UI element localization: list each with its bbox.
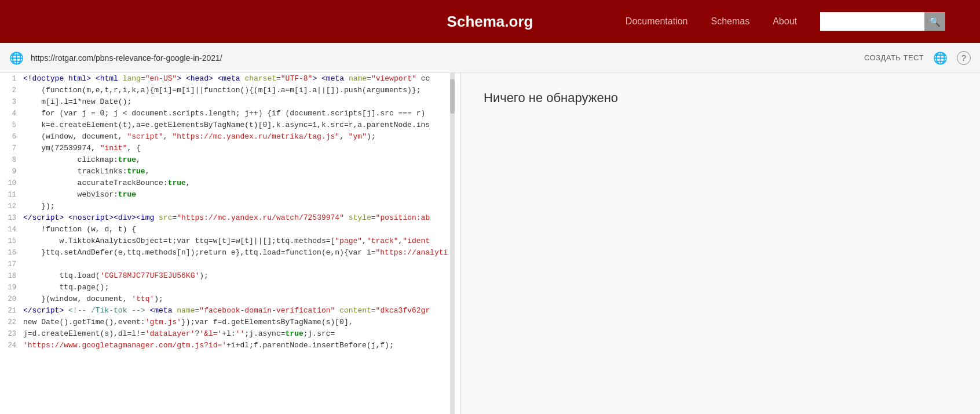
line-content: </script> <noscript><div><img src="https…: [21, 212, 432, 224]
line-number: 11: [0, 189, 21, 201]
url-bar: 🌐 https://rotgar.com/pbns-relevance-for-…: [0, 43, 980, 73]
line-number: 16: [0, 247, 21, 259]
line-number: 1: [0, 73, 21, 85]
url-actions: СОЗДАТЬ ТЕСТ 🌐 ?: [864, 51, 971, 65]
line-content: (function(m,e,t,r,i,k,a){m[i]=m[i]||func…: [21, 85, 423, 96]
code-line: 3 m[i].l=1*new Date();: [0, 96, 450, 108]
line-content: clickmap:true,: [21, 154, 143, 166]
nav-about[interactable]: About: [773, 16, 797, 27]
code-line: 16 }ttq.setAndDefer(e,ttq.methods[n]);re…: [0, 247, 450, 259]
code-line: 11 webvisor:true: [0, 189, 450, 201]
line-number: 21: [0, 305, 21, 317]
url-display: https://rotgar.com/pbns-relevance-for-go…: [31, 53, 857, 63]
code-viewer[interactable]: 1<!doctype html> <html lang="en-US"> <he…: [0, 73, 450, 414]
line-number: 3: [0, 96, 21, 108]
create-test-button[interactable]: СОЗДАТЬ ТЕСТ: [864, 53, 924, 62]
nav-schemas[interactable]: Schemas: [711, 16, 749, 27]
code-line: 15 w.TiktokAnalyticsObject=t;var ttq=w[t…: [0, 235, 450, 247]
line-content: (window, document, "script", "https://mc…: [21, 131, 378, 143]
line-content: !function (w, d, t) {: [21, 224, 138, 235]
code-line: 22new Date().getTime(),event:'gtm.js'});…: [0, 317, 450, 328]
line-content: trackLinks:true,: [21, 166, 152, 177]
line-content: });: [21, 201, 57, 212]
header: Schema.org Documentation Schemas About 🔍: [0, 0, 980, 43]
header-search: 🔍: [820, 12, 945, 31]
line-number: 19: [0, 282, 21, 293]
main-nav: Documentation Schemas About 🔍: [626, 12, 945, 31]
line-content: for (var j = 0; j < document.scripts.len…: [21, 108, 427, 119]
globe-icon: 🌐: [9, 51, 24, 65]
no-results-message: Ничего не обнаружено: [484, 90, 957, 106]
line-number: 10: [0, 177, 21, 189]
code-line: 10 accurateTrackBounce:true,: [0, 177, 450, 189]
code-line: 19 ttq.page();: [0, 282, 450, 293]
line-number: 23: [0, 328, 21, 340]
line-content: ttq.page();: [21, 282, 111, 293]
line-content: k=e.createElement(t),a=e.getElementsByTa…: [21, 119, 432, 131]
line-number: 4: [0, 108, 21, 119]
code-line: 18 ttq.load('CGL78MJC77UF3EJU56KG');: [0, 270, 450, 282]
vertical-scrollbar[interactable]: [450, 73, 455, 414]
language-icon[interactable]: 🌐: [933, 51, 948, 65]
code-line: 7 ym(72539974, "init", {: [0, 143, 450, 154]
line-content: ttq.load('CGL78MJC77UF3EJU56KG');: [21, 270, 211, 282]
line-number: 7: [0, 143, 21, 154]
code-line: 12 });: [0, 201, 450, 212]
line-content: 'https://www.googletagmanager.com/gtm.js…: [21, 340, 396, 351]
line-number: 24: [0, 340, 21, 351]
line-number: 6: [0, 131, 21, 143]
line-content: j=d.createElement(s),dl=l!='dataLayer'?'…: [21, 328, 337, 340]
code-line: 20 }(window, document, 'ttq');: [0, 293, 450, 305]
code-line: 6 (window, document, "script", "https://…: [0, 131, 450, 143]
line-number: 15: [0, 235, 21, 247]
line-number: 12: [0, 201, 21, 212]
nav-documentation[interactable]: Documentation: [626, 16, 688, 27]
right-panel: Ничего не обнаружено: [460, 73, 980, 414]
main-content: 1<!doctype html> <html lang="en-US"> <he…: [0, 73, 980, 414]
line-content: webvisor:true: [21, 189, 138, 201]
code-line: 17: [0, 259, 450, 270]
code-line: 24'https://www.googletagmanager.com/gtm.…: [0, 340, 450, 351]
code-line: 13</script> <noscript><div><img src="htt…: [0, 212, 450, 224]
line-number: 13: [0, 212, 21, 224]
code-line: 21</script> <!-- /Tik-tok --> <meta name…: [0, 305, 450, 317]
line-number: 20: [0, 293, 21, 305]
code-line: 9 trackLinks:true,: [0, 166, 450, 177]
line-number: 18: [0, 270, 21, 282]
line-content: new Date().getTime(),event:'gtm.js'});va…: [21, 317, 356, 328]
scrollbar-thumb[interactable]: [450, 79, 455, 114]
code-line: 5 k=e.createElement(t),a=e.getElementsBy…: [0, 119, 450, 131]
code-line: 8 clickmap:true,: [0, 154, 450, 166]
code-line: 23j=d.createElement(s),dl=l!='dataLayer'…: [0, 328, 450, 340]
code-line: 4 for (var j = 0; j < document.scripts.l…: [0, 108, 450, 119]
line-content: ym(72539974, "init", {: [21, 143, 143, 154]
line-content: m[i].l=1*new Date();: [21, 96, 134, 108]
line-content: }ttq.setAndDefer(e,ttq.methods[n]);retur…: [21, 247, 450, 259]
line-content: <!doctype html> <html lang="en-US"> <hea…: [21, 73, 432, 85]
code-panel: 1<!doctype html> <html lang="en-US"> <he…: [0, 73, 460, 414]
line-number: 9: [0, 166, 21, 177]
line-number: 22: [0, 317, 21, 328]
code-line: 14 !function (w, d, t) {: [0, 224, 450, 235]
line-content: }(window, document, 'ttq');: [21, 293, 166, 305]
line-number: 5: [0, 119, 21, 131]
code-line: 1<!doctype html> <html lang="en-US"> <he…: [0, 73, 450, 85]
line-number: 14: [0, 224, 21, 235]
line-number: 2: [0, 85, 21, 96]
code-line: 2 (function(m,e,t,r,i,k,a){m[i]=m[i]||fu…: [0, 85, 450, 96]
site-logo[interactable]: Schema.org: [447, 13, 533, 31]
search-button[interactable]: 🔍: [924, 12, 945, 31]
line-number: 8: [0, 154, 21, 166]
line-content: </script> <!-- /Tik-tok --> <meta name="…: [21, 305, 432, 317]
line-number: 17: [0, 259, 21, 270]
line-content: accurateTrackBounce:true,: [21, 177, 193, 189]
help-icon[interactable]: ?: [957, 51, 971, 65]
search-input[interactable]: [820, 12, 924, 31]
line-content: w.TiktokAnalyticsObject=t;var ttq=w[t]=w…: [21, 235, 432, 247]
